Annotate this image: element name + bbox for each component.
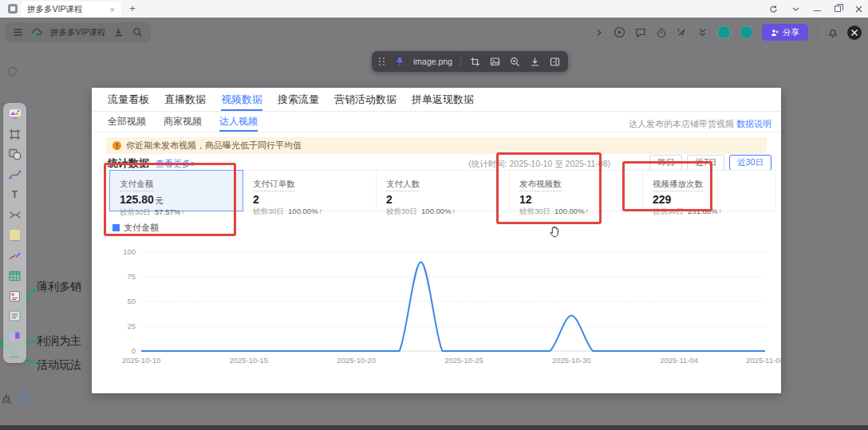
range-button-近30日[interactable]: 近30日 [729,155,771,171]
close-window-icon[interactable] [854,5,863,14]
timer-icon[interactable] [655,26,667,38]
user-avatar[interactable] [847,26,862,40]
share-person-icon [771,29,779,37]
crop-frame-icon[interactable] [469,56,481,68]
stat-card-支付人数[interactable]: 支付人数2较前30日100.00%↑ [376,170,510,211]
svg-text:2025-10-10: 2025-10-10 [122,356,161,365]
tool-shape-icon[interactable] [8,148,22,161]
tab-直播数据[interactable]: 直播数据 [164,93,206,111]
card-value: 2 [253,193,366,206]
toolbar-divider [817,27,818,37]
data-explain-link[interactable]: 数据说明 [736,119,771,128]
cloud-sync-icon [31,26,43,38]
tab-close-icon[interactable]: × [110,5,115,14]
tool-connector-curve-icon[interactable] [8,168,22,181]
subtab-达人视频[interactable]: 达人视频 [219,115,258,132]
svg-text:0: 0 [132,346,136,355]
tab-流量看板[interactable]: 流量看板 [108,93,149,111]
zoom-image-icon[interactable] [509,56,521,68]
download-icon[interactable] [112,26,124,38]
canvas-corner-text: 点 [2,393,11,406]
browser-tab[interactable]: 拼多多VIP课程 × [21,2,121,18]
mindmap-node[interactable]: 活动玩法 [37,358,81,373]
svg-text:2025-10-15: 2025-10-15 [230,356,269,365]
tab-拼单返现数据[interactable]: 拼单返现数据 [412,93,474,111]
present-play-icon[interactable] [614,26,625,38]
tool-sticky-note-icon[interactable] [8,229,22,242]
app-toolbar-left: 拼多多VIP课程 [5,22,151,42]
dashboard-image[interactable]: 流量看板直播数据视频数据搜索流量营销活动数据拼单返现数据 全部视频商家视频达人视… [92,88,781,393]
tool-card-icon[interactable] [8,290,22,302]
tab-搜索流量[interactable]: 搜索流量 [278,93,319,111]
screen: 拼多多VIP课程 × + 拼多多VIP课程 分享 [0,0,868,430]
canvas-status-icon[interactable] [8,67,17,76]
new-tab-button[interactable]: + [126,2,139,14]
replace-image-icon[interactable] [489,56,501,68]
canvas-corner-badge[interactable]: 27 [18,393,28,403]
side-panel-icon[interactable] [549,56,561,68]
svg-text:100: 100 [123,247,136,256]
svg-text:2025-10-30: 2025-10-30 [552,356,591,365]
trend-chart: 02550751002025-10-102025-10-152025-10-20… [92,235,781,372]
tool-kanban-icon[interactable] [8,330,22,343]
tab-title: 拼多多VIP课程 [27,4,107,15]
svg-text:2025-11-04: 2025-11-04 [660,356,698,365]
tool-frame-icon[interactable] [8,128,22,140]
browser-app-icon [8,4,18,14]
trend-chart-area: 02550751002025-10-102025-10-152025-10-20… [92,235,781,372]
restore-icon[interactable] [834,6,841,12]
image-toolbar: image.png [372,51,568,72]
drag-handle-icon[interactable] [379,57,385,65]
svg-text:50: 50 [127,297,136,306]
tool-mindmap-icon[interactable] [8,209,22,222]
comment-icon[interactable] [634,26,646,38]
mindmap-node[interactable]: 薄利多销 [37,280,81,294]
share-label: 分享 [783,27,799,38]
subtab-全部视频[interactable]: 全部视频 [108,115,146,132]
tool-table-icon[interactable] [8,270,22,282]
svg-text:2025-10-25: 2025-10-25 [444,356,483,365]
mindmap-node[interactable]: 利润为主 [37,334,81,349]
stat-card-支付订单数[interactable]: 支付订单数2较前30日100.00%↑ [243,170,377,211]
svg-text:2025-11-08: 2025-11-08 [746,356,781,365]
svg-text:75: 75 [127,272,136,281]
sub-tabs: 全部视频商家视频达人视频 [108,115,258,132]
collapse-toolbar-icon[interactable] [696,26,708,38]
search-icon[interactable] [132,26,144,38]
menu-icon[interactable] [12,26,24,38]
collaborator-avatar-1[interactable] [717,26,731,39]
tool-media-icon[interactable] [8,108,22,120]
warning-text: 你近期未发布视频，商品曝光低于同行平均值 [126,140,302,152]
annotation-rect-payment[interactable] [104,163,236,236]
reload-icon[interactable] [769,5,778,14]
chevron-right-icon[interactable] [593,26,605,38]
laser-pointer-icon[interactable] [676,26,688,38]
share-button[interactable]: 分享 [762,24,808,41]
tool-text-icon[interactable]: T [8,188,22,201]
tab-营销活动数据[interactable]: 营销活动数据 [334,93,397,111]
tool-pen-icon[interactable] [8,249,22,262]
tab-视频数据[interactable]: 视频数据 [221,93,262,111]
tool-list-icon[interactable] [8,310,22,322]
svg-text:2025-10-20: 2025-10-20 [337,356,376,365]
card-compare: 较前30日100.00%↑ [253,207,366,217]
toolbar-divider [460,57,461,67]
notification-bell-icon[interactable] [827,26,838,38]
chevron-down-icon[interactable] [791,5,800,14]
annotation-rect-videos[interactable] [496,152,602,224]
image-filename: image.png [413,57,452,66]
collaborator-avatar-2[interactable] [740,26,753,39]
svg-text:25: 25 [127,322,136,330]
taskbar-strip [0,425,868,430]
hand-cursor [549,224,562,241]
subtab-商家视频[interactable]: 商家视频 [164,115,202,132]
download-image-icon[interactable] [529,56,541,68]
minimize-icon[interactable] [814,10,821,12]
note-text: 达人发布的本店铺带货视频 数据说明 [629,118,771,130]
pin-icon[interactable] [393,56,405,68]
tool-more-icon[interactable]: ⋯ [8,350,22,363]
window-controls [769,0,863,18]
warning-banner: ! 你近期未发布视频，商品曝光低于同行平均值 [106,137,767,154]
card-label: 支付订单数 [253,179,295,191]
annotation-rect-plays[interactable] [622,161,712,211]
